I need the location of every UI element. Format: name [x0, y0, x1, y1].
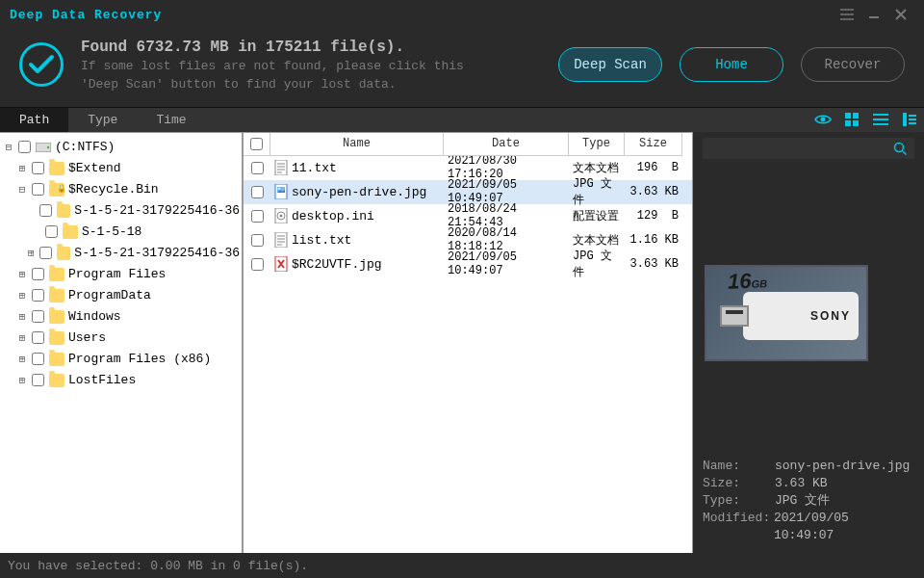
expand-toggle[interactable]: ⊞ [15, 264, 29, 285]
file-row[interactable]: 11.txt2021/08/30 17:16:20文本文档196 B [244, 156, 692, 180]
tree-checkbox[interactable] [32, 289, 44, 302]
tree-checkbox[interactable] [45, 225, 58, 238]
expand-toggle[interactable]: ⊞ [25, 243, 37, 264]
tree-label: (C:NTFS) [53, 137, 115, 158]
svg-point-0 [821, 118, 826, 122]
tree-row[interactable]: ⊞Windows [2, 306, 240, 328]
tree-label: $Extend [66, 158, 121, 179]
folder-icon [63, 225, 78, 239]
deep-scan-button[interactable]: Deep Scan [558, 47, 662, 82]
file-size: 129 B [625, 204, 682, 228]
file-checkbox[interactable] [251, 210, 264, 223]
file-icon [274, 232, 288, 248]
list-view-icon[interactable] [866, 108, 895, 132]
hint-line-2: 'Deep Scan' button to find your lost dat… [81, 76, 541, 93]
meta-size-label: Size: [703, 475, 775, 492]
expand-toggle[interactable]: ⊞ [15, 370, 29, 391]
tree-checkbox[interactable] [32, 268, 44, 280]
file-row[interactable]: sony-pen-drive.jpg2021/09/05 10:49:07JPG… [244, 180, 692, 204]
tree-row[interactable]: ⊞Program Files [2, 264, 240, 285]
tree-checkbox[interactable] [32, 183, 44, 196]
tree-label: Windows [66, 306, 121, 328]
tree-checkbox[interactable] [32, 310, 44, 323]
tree-row[interactable]: ⊞S-1-5-21-3179225416-36 [2, 243, 240, 264]
file-row[interactable]: $RC2UVTF.jpg2021/09/05 10:49:07JPG 文件3.6… [244, 252, 692, 276]
tree-row[interactable]: ⊞$Extend [2, 158, 240, 179]
header-date[interactable]: Date [444, 133, 569, 156]
home-button[interactable]: Home [680, 47, 783, 82]
tree-row-root[interactable]: ⊟ (C:NTFS) [2, 137, 240, 158]
tree-label: Program Files (x86) [66, 349, 211, 370]
tree-checkbox[interactable] [39, 247, 52, 259]
meta-name-value: sony-pen-drive.jpg [775, 458, 910, 475]
header-type[interactable]: Type [569, 133, 625, 156]
header-text: Found 6732.73 MB in 175211 file(s). If s… [81, 37, 541, 93]
file-name: $RC2UVTF.jpg [292, 257, 382, 272]
close-icon[interactable] [887, 5, 914, 24]
grid-view-icon[interactable] [837, 108, 866, 132]
file-icon [274, 256, 288, 272]
tree-pane: ⊟ (C:NTFS) ⊞$Extend⊟$Recycle.BinS-1-5-21… [0, 132, 243, 578]
tree-row[interactable]: S-1-5-21-3179225416-36 [2, 200, 240, 222]
svg-rect-7 [909, 118, 916, 120]
menu-icon[interactable] [834, 5, 860, 24]
expand-toggle[interactable]: ⊞ [15, 285, 29, 306]
folder-icon [49, 353, 64, 366]
preview-thumbnail: 16GB SONY [705, 265, 868, 361]
preview-icon[interactable] [808, 108, 837, 132]
recover-button[interactable]: Recover [801, 47, 905, 82]
expand-toggle[interactable]: ⊟ [15, 179, 29, 200]
detail-view-icon[interactable] [895, 108, 924, 132]
expand-toggle[interactable]: ⊞ [15, 328, 29, 349]
expand-toggle[interactable]: ⊞ [15, 306, 29, 328]
tab-time[interactable]: Time [137, 108, 205, 132]
svg-point-10 [47, 146, 49, 148]
tree-row[interactable]: ⊞LostFiles [2, 370, 240, 391]
tree-checkbox[interactable] [18, 141, 31, 153]
tree-checkbox[interactable] [32, 374, 44, 386]
select-all-checkbox[interactable] [250, 138, 263, 150]
titlebar: Deep Data Recovery [0, 0, 924, 29]
header-name[interactable]: Name [270, 133, 444, 156]
tree-checkbox[interactable] [39, 204, 52, 217]
expand-toggle[interactable]: ⊟ [2, 137, 15, 158]
svg-rect-6 [909, 115, 916, 117]
headline: Found 6732.73 MB in 175211 file(s). [81, 37, 541, 58]
search-input[interactable] [703, 138, 914, 159]
file-row[interactable]: desktop.ini2018/08/24 21:54:43配置设置129 B [244, 204, 692, 228]
expand-toggle[interactable]: ⊞ [15, 349, 29, 370]
file-size: 1.16 KB [625, 228, 682, 252]
tree-row[interactable]: ⊞Users [2, 328, 240, 349]
tree-checkbox[interactable] [32, 162, 44, 174]
tab-type[interactable]: Type [68, 108, 137, 132]
header-checkbox-col[interactable] [244, 133, 270, 156]
status-bar: You have selected: 0.00 MB in 0 file(s). [0, 553, 924, 578]
file-checkbox[interactable] [251, 234, 264, 247]
file-checkbox[interactable] [251, 186, 264, 198]
folder-icon [57, 204, 70, 218]
tree-checkbox[interactable] [32, 353, 44, 365]
file-checkbox[interactable] [251, 258, 264, 271]
meta-type-label: Type: [703, 492, 775, 510]
meta-modified-label: Modified: [703, 510, 774, 544]
expand-toggle[interactable]: ⊞ [15, 158, 29, 179]
tree-checkbox[interactable] [32, 331, 44, 344]
folder-icon [57, 247, 70, 260]
minimize-icon[interactable] [860, 5, 887, 24]
check-icon [19, 42, 64, 87]
tree-row[interactable]: ⊞Program Files (x86) [2, 349, 240, 370]
tree-label: Users [66, 328, 106, 349]
folder-icon [49, 374, 64, 387]
tab-path[interactable]: Path [0, 108, 68, 132]
header-size[interactable]: Size [625, 133, 682, 156]
tree-row[interactable]: S-1-5-18 [2, 222, 240, 243]
drive-icon [36, 142, 51, 153]
file-checkbox[interactable] [251, 162, 264, 174]
thumb-gb: GB [751, 277, 767, 290]
svg-rect-4 [853, 120, 859, 126]
svg-rect-3 [845, 120, 851, 126]
file-row[interactable]: list.txt2020/08/14 18:18:12文本文档1.16 KB [244, 228, 692, 252]
tree-row[interactable]: ⊟$Recycle.Bin [2, 179, 240, 200]
file-size: 196 B [625, 156, 682, 180]
tree-row[interactable]: ⊞ProgramData [2, 285, 240, 306]
